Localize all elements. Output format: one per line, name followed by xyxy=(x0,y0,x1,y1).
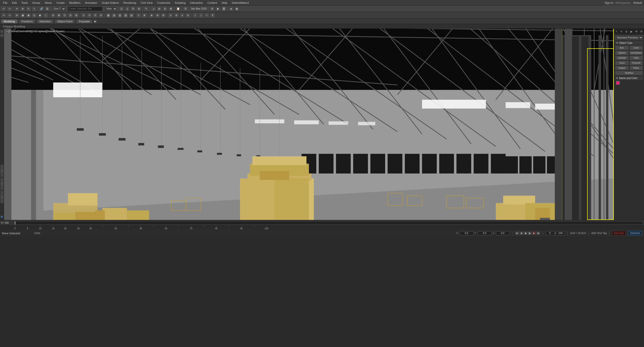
left-sidebar-btn1[interactable]: + xyxy=(0,30,4,33)
toolbar2-btn16[interactable]: ③ xyxy=(92,13,98,18)
toolbar2-btn31[interactable]: ⊜ xyxy=(185,13,191,18)
view-select[interactable]: View xyxy=(104,7,117,11)
toolbar2-btn11[interactable]: ⊡ xyxy=(62,13,67,18)
selected-button[interactable]: Selected xyxy=(628,231,642,235)
left-sidebar-btn2[interactable]: ≡ xyxy=(0,34,4,37)
toolbar2-btn21[interactable]: ▧ xyxy=(123,13,128,18)
tab-freeform[interactable]: Freeform xyxy=(19,19,36,24)
go-start-button[interactable]: ⏮ xyxy=(515,231,519,235)
toolbar2-btn33[interactable]: ⟩ xyxy=(198,13,204,18)
toolbar2-btn23[interactable]: ≡ xyxy=(136,13,141,18)
toolbar2-btn19[interactable]: ▤ xyxy=(111,13,117,18)
coord-x-input[interactable] xyxy=(460,231,473,235)
rp-tab-display[interactable]: 👁 xyxy=(634,29,639,34)
toolbar2-btn24[interactable]: ≢ xyxy=(142,13,147,18)
coord-z-input[interactable] xyxy=(496,231,510,235)
menu-item-interactive[interactable]: Interactive xyxy=(188,1,205,5)
geo-tri-select[interactable]: Geo-Tri xyxy=(52,7,66,11)
workspace-value[interactable]: Default xyxy=(633,1,642,4)
menu-item-file[interactable]: File xyxy=(1,1,10,5)
signin-button[interactable]: Sign In xyxy=(605,1,613,4)
rp-tab-create[interactable]: + xyxy=(614,29,619,34)
toolbar2-btn5[interactable]: ◉ xyxy=(26,13,31,18)
tube-button[interactable]: Tube xyxy=(629,56,643,60)
menu-item-create[interactable]: Create xyxy=(54,1,67,5)
redo-button[interactable]: ↪ xyxy=(7,6,12,12)
menu-item-group[interactable]: Group xyxy=(30,1,42,5)
rp-tab-modify[interactable]: ✎ xyxy=(619,29,624,34)
link-button[interactable]: 🔗 xyxy=(39,6,44,12)
play-button[interactable]: ▶ xyxy=(532,231,536,235)
menu-item-civil-view[interactable]: Civil View xyxy=(139,1,154,5)
tab-modeling[interactable]: Modeling xyxy=(1,19,18,24)
toolbar2-btn4[interactable]: ▣ xyxy=(20,13,25,18)
toolbar2-btn35[interactable]: ✗ xyxy=(210,13,215,18)
viewport[interactable]: [+][CoronaCamera006][2.5D lighted][Defau… xyxy=(4,29,614,220)
named-selection-input[interactable] xyxy=(67,7,103,11)
cone-button[interactable]: Cone xyxy=(629,46,643,50)
menu-item-customize[interactable]: Customize xyxy=(155,1,172,5)
next-key-button[interactable]: |▶ xyxy=(528,231,532,235)
toolbar2-btn20[interactable]: ▥ xyxy=(117,13,123,18)
pyramid-button[interactable]: Pyramid xyxy=(629,61,643,65)
toolbar2-btn29[interactable]: ⊚ xyxy=(174,13,179,18)
toolbar2-btn25[interactable]: ◈ xyxy=(149,13,154,18)
spinner-snap-button[interactable]: ⊞ xyxy=(136,6,142,12)
material-editor-button[interactable]: ◈ xyxy=(228,6,234,12)
go-end-button[interactable]: ⏭ xyxy=(536,231,540,235)
toolbar2-btn27[interactable]: ⊕ xyxy=(160,13,166,18)
plane-button[interactable]: Plane xyxy=(629,66,643,70)
toolbar2-btn14[interactable]: ① xyxy=(81,13,86,18)
cylinder-button[interactable]: Cylinder xyxy=(615,56,629,60)
menu-item-views[interactable]: Views xyxy=(43,1,54,5)
toolbar2-btn12[interactable]: ⊟ xyxy=(68,13,73,18)
menu-item-help[interactable]: Help xyxy=(220,1,229,5)
standard-primitives-dropdown[interactable]: Standard Primitives xyxy=(615,35,643,40)
object-type-section[interactable]: Object Type xyxy=(615,41,643,45)
toolbar2-btn34[interactable]: ✓ xyxy=(204,13,210,18)
toolbar2-btn3[interactable]: ⊕ xyxy=(14,13,20,18)
coord-y-input[interactable] xyxy=(478,231,492,235)
tab-selection[interactable]: Selection xyxy=(36,19,53,24)
box-button[interactable]: Box xyxy=(615,46,629,50)
name-color-section[interactable]: Name and Color xyxy=(615,76,643,80)
coord-z-btn[interactable]: Z xyxy=(0,191,4,203)
toolbar2-btn13[interactable]: ⊞ xyxy=(73,13,79,18)
teapot-button[interactable]: Teapot xyxy=(615,66,629,70)
edit-named-sel-button[interactable]: ✎ xyxy=(143,6,149,12)
prev-key-button[interactable]: ◀| xyxy=(524,231,528,235)
menu-item-scripting[interactable]: Scripting xyxy=(173,1,188,5)
toolbar2-btn28[interactable]: ⧈ xyxy=(168,13,173,18)
subtoolbar-extra-btn[interactable]: ▶ xyxy=(94,20,97,23)
unlink-button[interactable]: ⛓ xyxy=(45,6,50,12)
array-button[interactable]: ⊞ xyxy=(156,6,162,12)
toolbar2-btn15[interactable]: ② xyxy=(87,13,92,18)
undo-button[interactable]: ↩ xyxy=(1,6,7,12)
layer-manager-button[interactable]: 📋 xyxy=(175,6,181,12)
toolbar2-btn7[interactable]: ◆ xyxy=(37,13,43,18)
menu-item-animation[interactable]: Animation xyxy=(83,1,99,5)
select-move-button[interactable]: ⊕ xyxy=(20,6,25,12)
coord-y-btn[interactable]: Y xyxy=(0,178,4,190)
toolbar2-btn18[interactable]: ▦ xyxy=(105,13,111,18)
align-button[interactable]: ⊟ xyxy=(162,6,168,12)
toolbar2-btn6[interactable]: ◎ xyxy=(31,13,37,18)
menu-item-content[interactable]: Content xyxy=(205,1,219,5)
angle-snap-button[interactable]: ∠ xyxy=(125,6,130,12)
render-frame-button[interactable]: 🖼 xyxy=(221,6,227,12)
toolbar2-btn32[interactable]: ⟨ xyxy=(192,13,198,18)
select-scale-button[interactable]: ⤡ xyxy=(31,6,37,12)
coord-x-btn[interactable]: X xyxy=(0,165,4,177)
toolbar2-btn10[interactable]: ⊠ xyxy=(56,13,62,18)
rp-tab-hierarchy[interactable]: ⊛ xyxy=(624,29,629,34)
mirror-button[interactable]: ⊿ xyxy=(151,6,156,12)
add-time-tag[interactable]: Add Time Tag xyxy=(591,232,607,235)
menu-item-modifiers[interactable]: Modifiers xyxy=(67,1,83,5)
total-frames-input[interactable] xyxy=(556,231,565,236)
select-object-button[interactable]: ✦ xyxy=(14,6,20,12)
menu-item-tools[interactable]: Tools xyxy=(19,1,30,5)
rp-tab-motion[interactable]: ▶ xyxy=(629,29,634,34)
menu-item-graph-editors[interactable]: Graph Editors xyxy=(100,1,121,5)
toolbar2-btn8[interactable]: ◇ xyxy=(43,13,49,18)
color-swatch[interactable] xyxy=(616,81,620,85)
